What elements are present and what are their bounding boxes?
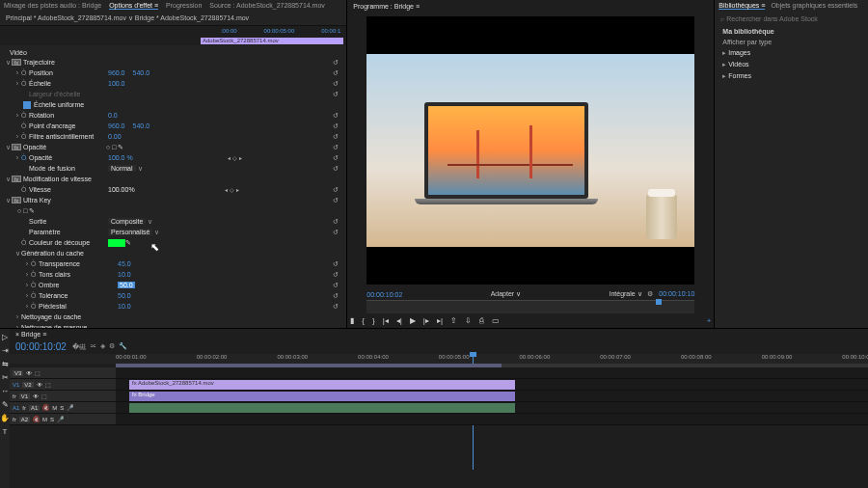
track-header-v2[interactable]: V1V2👁⬚ xyxy=(10,379,116,390)
reset-icon[interactable]: ↺ xyxy=(333,218,339,226)
mark-in-button[interactable]: { xyxy=(362,316,365,325)
reset-icon[interactable]: ↺ xyxy=(333,122,339,130)
reset-icon[interactable]: ↺ xyxy=(333,229,339,236)
play-button[interactable]: ▶ xyxy=(410,316,416,325)
clip-v2[interactable]: fx AdobeStock_272885714.mov xyxy=(129,380,515,390)
track-header-a1[interactable]: A1frA1🔇MS🎤 xyxy=(10,402,116,413)
value-pos-x[interactable]: 960.0 xyxy=(108,69,125,76)
program-tab[interactable]: Programme : Bridge ≡ xyxy=(347,0,714,13)
color-swatch[interactable] xyxy=(108,239,125,247)
eye-icon[interactable]: 👁 xyxy=(33,393,39,399)
twirl-icon[interactable]: › xyxy=(14,154,21,161)
value-highlight[interactable]: 10.0 xyxy=(118,271,131,278)
reset-icon[interactable]: ↺ xyxy=(333,165,339,173)
timeline-ruler[interactable]: 00:00:01:00 00:00:02:00 00:00:03:00 00:0… xyxy=(10,354,868,364)
group-mask-clean[interactable]: Nettoyage de masque xyxy=(21,324,100,328)
go-to-in-button[interactable]: |◂ xyxy=(383,316,389,325)
mini-tl-clip[interactable]: AdobeStock_272885714.mov xyxy=(201,38,343,44)
value-pos-y[interactable]: 540.0 xyxy=(133,69,150,76)
resolution-combo[interactable]: Intégrale ∨ xyxy=(609,290,641,297)
twirl-icon[interactable]: › xyxy=(23,271,31,278)
stopwatch-icon[interactable]: Ò xyxy=(31,282,39,288)
twirl-icon[interactable]: ∨ xyxy=(4,144,12,151)
twirl-icon[interactable]: › xyxy=(23,303,31,310)
reset-icon[interactable]: ↺ xyxy=(333,133,339,141)
fx-badge-icon[interactable]: fx xyxy=(12,176,21,182)
ripple-tool-icon[interactable]: ⇆ xyxy=(2,360,9,371)
stopwatch-icon[interactable]: Ò xyxy=(31,260,39,267)
combo-blend-mode[interactable]: Normal xyxy=(108,165,136,172)
hand-tool-icon[interactable]: ✋ xyxy=(0,414,10,425)
lib-item-shapes[interactable]: Formes xyxy=(715,70,868,82)
reset-icon[interactable]: ↺ xyxy=(333,154,339,162)
stopwatch-icon[interactable]: Ò xyxy=(31,303,39,310)
twirl-icon[interactable]: › xyxy=(14,80,21,87)
stopwatch-icon[interactable]: Ò xyxy=(21,133,29,140)
track-a2[interactable] xyxy=(116,414,868,424)
twirl-icon[interactable]: › xyxy=(14,69,21,76)
twirl-icon[interactable]: › xyxy=(14,324,21,328)
fx-ultra-key[interactable]: Ultra Key xyxy=(23,197,102,203)
tab-audio-mix[interactable]: Mixage des pistes audio : Bridge xyxy=(4,2,101,10)
step-fwd-button[interactable]: |▸ xyxy=(423,316,429,325)
stopwatch-icon[interactable]: Ò xyxy=(31,271,39,278)
tab-source[interactable]: Source : AdobeStock_272885714.mov xyxy=(209,2,324,10)
keyframe-nav[interactable]: ◂ ◇ ▸ xyxy=(225,186,238,193)
snap-icon[interactable]: �磁 xyxy=(72,342,86,352)
twirl-icon[interactable]: ∨ xyxy=(4,176,12,183)
fx-badge-icon[interactable]: fx xyxy=(12,59,21,66)
reset-icon[interactable]: ↺ xyxy=(333,69,339,77)
settings-icon[interactable]: ⚙ xyxy=(647,290,653,297)
eye-icon[interactable]: 👁 xyxy=(37,382,42,388)
step-back-button[interactable]: ◂| xyxy=(396,316,402,325)
fx-opacity[interactable]: Opacité xyxy=(23,144,102,150)
value-transparency[interactable]: 45.0 xyxy=(118,260,131,267)
add-button[interactable]: + xyxy=(707,316,712,325)
value-shadow[interactable]: 50.0 xyxy=(118,282,135,288)
tab-libraries[interactable]: Bibliothèques ≡ xyxy=(719,2,765,10)
program-video-frame[interactable] xyxy=(366,16,694,285)
reset-icon[interactable]: ↺ xyxy=(333,80,339,88)
reset-icon[interactable]: ↺ xyxy=(333,292,339,300)
twirl-icon[interactable]: › xyxy=(14,133,21,140)
stopwatch-icon[interactable]: Ò xyxy=(21,69,29,76)
value-rotation[interactable]: 0.0 xyxy=(108,112,118,119)
zoom-fit-combo[interactable]: Adapter ∨ xyxy=(491,290,521,298)
reset-icon[interactable]: ↺ xyxy=(333,144,339,151)
clip-v1[interactable]: fx Bridge xyxy=(129,392,515,401)
linked-selection-icon[interactable]: ⫘ xyxy=(90,342,96,352)
lift-button[interactable]: ⇪ xyxy=(450,316,457,325)
track-header-a2[interactable]: frA2🔇MS🎤 xyxy=(10,414,116,424)
twirl-icon[interactable]: ∨ xyxy=(4,59,12,67)
settings-icon[interactable]: ⚙ xyxy=(109,342,115,352)
tab-essential-graphics[interactable]: Objets graphiques essentiels xyxy=(771,2,857,10)
program-timecode[interactable]: 00:00:10:02 xyxy=(366,291,402,298)
playhead-icon[interactable] xyxy=(656,299,662,305)
reset-icon[interactable]: ↺ xyxy=(333,260,339,268)
selection-tool-icon[interactable]: ▷ xyxy=(2,333,8,344)
reset-icon[interactable]: ↺ xyxy=(333,271,339,279)
pen-tool-icon[interactable]: ✎ xyxy=(2,400,9,412)
sequence-tab[interactable]: × Bridge ≡ xyxy=(10,329,868,339)
mask-tools-icon[interactable]: ○ □ ✎ xyxy=(17,207,35,215)
group-matte-gen[interactable]: Génération du cache xyxy=(21,250,100,257)
slip-tool-icon[interactable]: ↔ xyxy=(1,387,9,398)
value-flicker[interactable]: 0.00 xyxy=(108,133,122,140)
mic-icon[interactable]: 🎤 xyxy=(67,404,73,411)
value-scale[interactable]: 100.0 xyxy=(108,80,125,87)
track-header-v1[interactable]: frV1👁⬚ xyxy=(10,391,116,401)
stopwatch-icon[interactable]: Ò xyxy=(21,122,29,129)
fx-time-remap[interactable]: Modification de vitesse xyxy=(23,176,102,182)
reset-icon[interactable]: ↺ xyxy=(333,282,339,289)
fx-badge-icon[interactable]: fx xyxy=(12,144,21,150)
stopwatch-icon[interactable]: Ò xyxy=(21,80,29,87)
tab-effect-options[interactable]: Options d'effet ≡ xyxy=(109,2,158,10)
fx-motion[interactable]: Trajectoire xyxy=(23,59,102,66)
fx-badge-icon[interactable]: fx xyxy=(12,197,21,203)
my-library-label[interactable]: Ma bibliothèque xyxy=(715,26,868,37)
track-v2[interactable]: fx AdobeStock_272885714.mov xyxy=(116,379,868,390)
clip-a1[interactable] xyxy=(129,403,515,413)
mute-icon[interactable]: 🔇 xyxy=(42,404,49,411)
value-pedestal[interactable]: 10.0 xyxy=(118,303,131,310)
mark-out-button[interactable]: } xyxy=(372,316,375,325)
